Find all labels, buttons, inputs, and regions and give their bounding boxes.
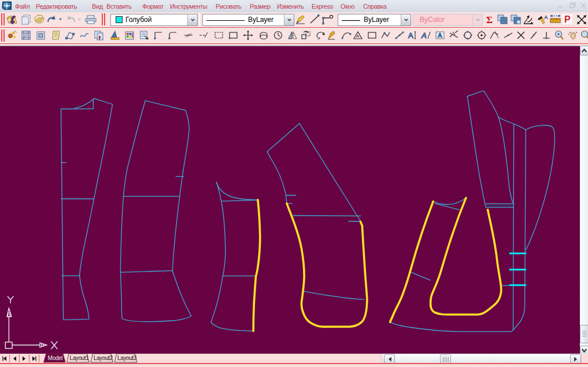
svg-text:A: A [356, 34, 360, 39]
svg-text:Layout2: Layout2 [94, 355, 113, 361]
svg-text:A: A [421, 31, 427, 40]
svg-text:P: P [564, 14, 571, 24]
svg-text:Layout3: Layout3 [117, 355, 137, 361]
svg-text:Σ: Σ [486, 14, 493, 25]
svg-text:Layout1: Layout1 [70, 355, 90, 361]
svg-text:A: A [544, 14, 548, 20]
svg-text:A: A [408, 31, 413, 40]
svg-text:Model: Model [48, 355, 63, 361]
svg-text:A: A [438, 32, 442, 39]
